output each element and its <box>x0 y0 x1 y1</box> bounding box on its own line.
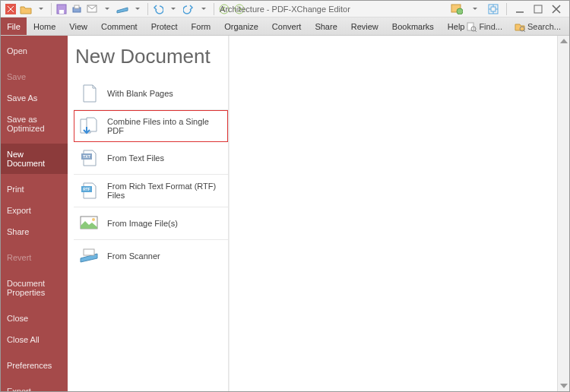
menu-comment[interactable]: Comment <box>94 17 144 35</box>
sidebar-save-as[interactable]: Save As <box>1 87 68 109</box>
sidebar-document-properties[interactable]: Document Properties <box>1 273 68 303</box>
minimize-button[interactable] <box>513 2 527 16</box>
menu-share[interactable]: Share <box>308 17 344 35</box>
find-icon <box>466 21 477 32</box>
menu-home[interactable]: Home <box>27 17 62 35</box>
search-button[interactable]: Search... <box>509 19 566 34</box>
menu-review[interactable]: Review <box>344 17 385 35</box>
options-icon[interactable] <box>450 2 464 16</box>
ui-layout-icon[interactable] <box>486 2 500 16</box>
search-icon <box>515 21 525 32</box>
window-controls <box>450 1 569 17</box>
title-bar: Architecture - PDF-XChange Editor <box>1 1 569 17</box>
dropdown-icon[interactable] <box>166 2 180 16</box>
panel-title: New Document <box>74 42 228 77</box>
svg-rect-4 <box>74 5 79 8</box>
txt-file-icon: TXT <box>78 148 101 168</box>
new-document-panel: New Document With Blank Pages Combine Fi… <box>68 36 229 391</box>
dropdown-icon[interactable] <box>100 2 114 16</box>
sidebar-export-settings[interactable]: Export Settings <box>1 381 68 392</box>
quick-access-toolbar <box>1 2 246 16</box>
option-blank-pages[interactable]: With Blank Pages <box>74 77 228 110</box>
svg-rect-11 <box>491 7 496 11</box>
window-title: Architecture - PDF-XChange Editor <box>220 5 350 14</box>
dropdown-icon[interactable] <box>131 2 144 16</box>
close-button[interactable] <box>549 2 563 16</box>
option-label: From Image File(s) <box>107 219 178 228</box>
sidebar-open[interactable]: Open <box>1 40 68 62</box>
svg-rect-22 <box>84 249 94 255</box>
option-from-image[interactable]: From Image File(s) <box>74 207 228 240</box>
scanner-icon <box>78 246 101 266</box>
option-label: From Rich Text Format (RTF) Files <box>107 182 223 200</box>
menu-organize[interactable]: Organize <box>217 17 265 35</box>
sidebar-revert[interactable]: Revert <box>1 247 68 268</box>
sidebar-close[interactable]: Close <box>1 308 68 329</box>
maximize-button[interactable] <box>531 2 545 16</box>
vertical-scrollbar[interactable] <box>557 36 569 391</box>
save-icon[interactable] <box>55 2 68 16</box>
redo-icon[interactable] <box>182 2 195 16</box>
option-from-rtf[interactable]: RTF From Rich Text Format (RTF) Files <box>74 175 228 207</box>
rtf-file-icon: RTF <box>78 181 101 201</box>
svg-rect-12 <box>534 5 542 13</box>
svg-text:RTF: RTF <box>83 187 90 191</box>
sidebar-new-document[interactable]: New Document <box>1 144 68 174</box>
dropdown-icon[interactable] <box>34 2 48 16</box>
menu-view[interactable]: View <box>62 17 94 35</box>
sidebar-export[interactable]: Export <box>1 200 68 221</box>
menu-bar: File Home View Comment Protect Form Orga… <box>1 17 569 36</box>
sidebar-close-all[interactable]: Close All <box>1 329 68 350</box>
option-label: From Text Files <box>107 153 164 163</box>
app-icon <box>4 2 17 16</box>
option-label: Combine Files into a Single PDF <box>107 117 223 135</box>
svg-point-21 <box>92 218 95 221</box>
find-button[interactable]: Find... <box>461 19 508 34</box>
file-menu-button[interactable]: File <box>1 17 27 35</box>
sidebar-save-optimized[interactable]: Save as Optimized <box>1 109 68 139</box>
image-file-icon <box>78 213 101 233</box>
option-label: From Scanner <box>107 251 160 261</box>
find-label: Find... <box>479 22 502 31</box>
svg-text:TXT: TXT <box>83 154 90 159</box>
undo-icon[interactable] <box>151 2 165 16</box>
combine-files-icon <box>78 116 101 136</box>
content-area: New Document With Blank Pages Combine Fi… <box>68 36 569 391</box>
svg-point-9 <box>457 8 463 14</box>
sidebar-print[interactable]: Print <box>1 179 68 200</box>
menu-bookmarks[interactable]: Bookmarks <box>385 17 441 35</box>
preview-area <box>229 36 569 391</box>
dropdown-icon[interactable] <box>468 2 482 16</box>
option-from-text[interactable]: TXT From Text Files <box>74 142 228 175</box>
dropdown-icon[interactable] <box>197 2 211 16</box>
sidebar-save[interactable]: Save <box>1 66 68 87</box>
scan-icon[interactable] <box>116 2 129 16</box>
option-label: With Blank Pages <box>107 89 173 98</box>
blank-page-icon <box>78 84 101 103</box>
mail-icon[interactable] <box>85 2 99 16</box>
menu-convert[interactable]: Convert <box>265 17 309 35</box>
option-combine-files[interactable]: Combine Files into a Single PDF <box>74 110 228 142</box>
svg-rect-2 <box>59 10 64 14</box>
sidebar-share[interactable]: Share <box>1 221 68 242</box>
menu-protect[interactable]: Protect <box>144 17 185 35</box>
backstage-sidebar: Open Save Save As Save as Optimized New … <box>1 36 68 391</box>
sidebar-preferences[interactable]: Preferences <box>1 355 68 376</box>
menu-form[interactable]: Form <box>185 17 218 35</box>
search-label: Search... <box>527 22 561 31</box>
option-from-scanner[interactable]: From Scanner <box>74 240 228 272</box>
main-area: Open Save Save As Save as Optimized New … <box>1 36 569 391</box>
print-icon[interactable] <box>70 2 84 16</box>
open-folder-icon[interactable] <box>19 2 33 16</box>
